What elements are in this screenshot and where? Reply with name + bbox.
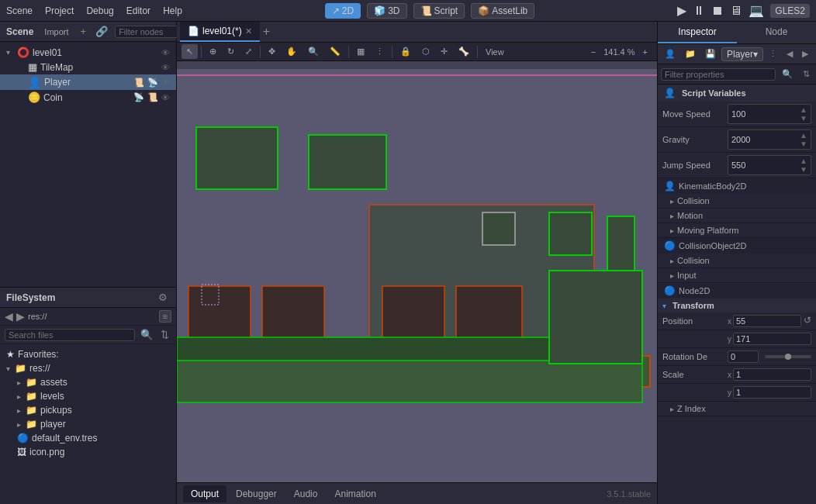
rotation-value[interactable]: 0	[728, 350, 759, 363]
node-selector[interactable]: Player ▾	[721, 47, 763, 61]
fs-item-assets[interactable]: ▸ 📁 assets	[0, 375, 176, 389]
fs-item-icon[interactable]: 🖼 icon.png	[0, 445, 176, 459]
tree-item-player[interactable]: ▸ 👤 Player 📜 📡 👁	[0, 74, 176, 90]
collision-subsection[interactable]: ▸ Collision	[658, 194, 816, 209]
scale-y-value[interactable]: 1	[733, 386, 811, 399]
fs-search-button[interactable]: 🔍	[138, 328, 155, 341]
tab-output[interactable]: Output	[183, 485, 226, 502]
jump-speed-value[interactable]: 550 ▲▼	[728, 155, 811, 175]
script-vars-header[interactable]: 👤 Script Variables	[658, 85, 816, 102]
play-button[interactable]: ▶	[677, 3, 686, 18]
ruler-tool[interactable]: 📏	[325, 44, 345, 59]
menu-editor[interactable]: Editor	[126, 5, 150, 16]
gravity-spinner[interactable]: ▲▼	[800, 131, 807, 148]
mode-2d-button[interactable]: ↗ 2D	[325, 3, 361, 19]
snap-grid-tool[interactable]: ⋮	[371, 44, 389, 59]
fs-sort-button[interactable]: ⇅	[158, 328, 171, 341]
insp-save-button[interactable]: 💾	[701, 47, 720, 61]
input-subsection[interactable]: ▸ Input	[658, 268, 816, 283]
collision2-subsection[interactable]: ▸ Collision	[658, 254, 816, 268]
moving-platform-subsection[interactable]: ▸ Moving Platform	[658, 223, 816, 238]
fs-search-input[interactable]	[5, 329, 135, 341]
gles-badge: GLES2	[770, 4, 810, 18]
zoom-in-button[interactable]: +	[638, 45, 652, 59]
menu-project[interactable]: Project	[45, 5, 74, 16]
filter-properties-input[interactable]	[661, 68, 776, 81]
insp-folder-button[interactable]: 📁	[681, 47, 700, 61]
pos-reset-icon[interactable]: ↺	[804, 315, 811, 327]
menu-debug[interactable]: Debug	[86, 5, 113, 16]
z-index-subsection[interactable]: ▸ Z Index	[658, 402, 816, 416]
add-tab-button[interactable]: +	[263, 25, 270, 39]
inspector-tab[interactable]: Inspector	[658, 22, 737, 43]
eye-icon-player[interactable]: 👁	[161, 78, 170, 87]
tab-debugger[interactable]: Debugger	[228, 485, 285, 502]
script-button[interactable]: 📜 Script	[413, 3, 465, 19]
lock-tool[interactable]: 🔒	[396, 44, 416, 59]
select-tool[interactable]: ↖	[182, 44, 198, 59]
eye-icon-coin[interactable]: 👁	[161, 93, 170, 102]
fs-item-res[interactable]: ▾ 📁 res://	[0, 361, 176, 375]
rotate-tool[interactable]: ↻	[223, 44, 239, 59]
pos-y-value[interactable]: 171	[733, 333, 811, 345]
game-canvas[interactable]	[177, 61, 657, 482]
mode-3d-button[interactable]: 🧊 3D	[367, 3, 406, 19]
grid-tool[interactable]: ▦	[352, 44, 369, 59]
bone-tool[interactable]: 🦴	[454, 44, 474, 59]
pan-tool[interactable]: ✋	[282, 44, 302, 59]
fs-item-favorites[interactable]: ★ Favorites:	[0, 347, 176, 361]
fs-view-toggle[interactable]: ≡	[159, 310, 171, 323]
menu-help[interactable]: Help	[163, 5, 182, 16]
snap-tool[interactable]: ⊕	[205, 44, 221, 59]
collision2-arrow: ▸	[670, 257, 674, 265]
eye-icon-tilemap[interactable]: 👁	[161, 63, 170, 72]
fs-back-button[interactable]: ◀	[5, 310, 13, 323]
local-button[interactable]: 💻	[749, 3, 764, 18]
import-label[interactable]: Import	[44, 27, 68, 36]
move-speed-value[interactable]: 100 ▲▼	[728, 104, 811, 124]
motion-subsection[interactable]: ▸ Motion	[658, 209, 816, 223]
fs-forward-button[interactable]: ▶	[16, 310, 25, 323]
filter-search-button[interactable]: 🔍	[778, 67, 797, 81]
fs-item-default-env[interactable]: 🔵 default_env.tres	[0, 431, 176, 445]
fs-item-pickups[interactable]: ▸ 📁 pickups	[0, 403, 176, 417]
pos-x-value[interactable]: 55	[733, 315, 801, 327]
jump-speed-spinner[interactable]: ▲▼	[800, 157, 807, 174]
tree-item-tilemap[interactable]: ▸ ▦ TileMap 👁	[0, 60, 176, 74]
tree-item-level01[interactable]: ▾ ⭕ level01 👁	[0, 45, 176, 60]
node-tab[interactable]: Node	[737, 22, 816, 43]
scale-x-value[interactable]: 1	[733, 368, 811, 381]
group-tool[interactable]: ⬡	[417, 44, 434, 59]
gravity-value[interactable]: 2000 ▲▼	[728, 129, 811, 150]
tree-item-coin[interactable]: ▸ 🪙 Coin 📡 📜 👁	[0, 90, 176, 105]
insp-back-button[interactable]: ◀	[783, 47, 797, 61]
insp-script-icon[interactable]: 👤	[661, 47, 679, 61]
view-button[interactable]: View	[481, 45, 509, 59]
tab-animation[interactable]: Animation	[327, 485, 383, 502]
link-button[interactable]: 🔗	[93, 25, 110, 38]
tab-audio[interactable]: Audio	[286, 485, 326, 502]
assetlib-button[interactable]: 📦 AssetLib	[471, 3, 534, 19]
move-speed-spinner[interactable]: ▲▼	[800, 105, 807, 123]
eye-icon-level01[interactable]: 👁	[161, 48, 170, 57]
zoom-out-button[interactable]: −	[586, 45, 600, 59]
insp-more-button[interactable]: ⋮	[765, 47, 781, 61]
fs-settings-button[interactable]: ⚙	[156, 291, 170, 304]
zoom-tool[interactable]: 🔍	[303, 44, 323, 59]
move-tool[interactable]: ✥	[264, 44, 280, 59]
add-node-button[interactable]: +	[78, 25, 89, 38]
viewport-tab-level01[interactable]: 📄 level01(*) ✕	[180, 22, 260, 42]
pivot-tool[interactable]: ✛	[436, 44, 452, 59]
filter-sort-button[interactable]: ⇅	[799, 67, 814, 81]
transform-section-header[interactable]: ▾ Transform	[658, 299, 816, 312]
pause-button[interactable]: ⏸	[693, 4, 705, 18]
fs-item-levels[interactable]: ▸ 📁 levels	[0, 389, 176, 403]
insp-forward-button[interactable]: ▶	[798, 47, 812, 61]
rotation-slider[interactable]	[765, 355, 811, 358]
fs-item-player[interactable]: ▸ 📁 player	[0, 417, 176, 431]
menu-scene[interactable]: Scene	[6, 5, 33, 16]
stop-button[interactable]: ⏹	[711, 4, 724, 18]
scale-tool[interactable]: ⤢	[240, 44, 257, 59]
tab-close-button[interactable]: ✕	[245, 26, 252, 36]
remote-button[interactable]: 🖥	[730, 4, 742, 18]
